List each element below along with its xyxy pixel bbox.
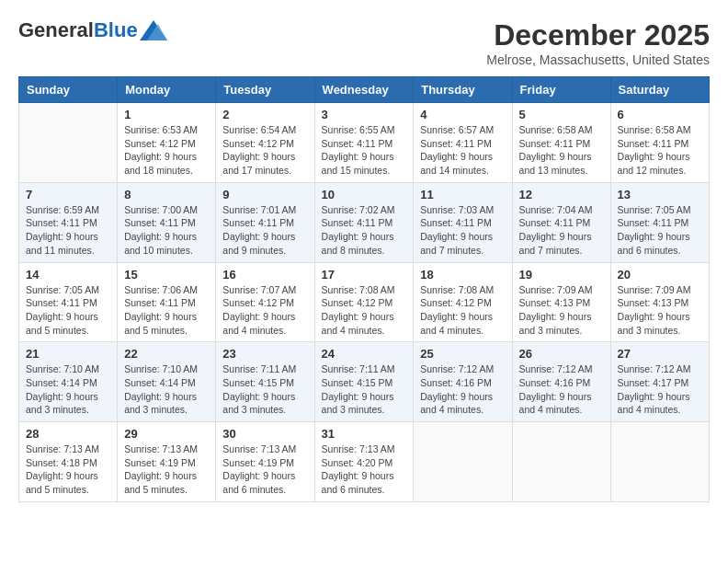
day-number: 20 — [618, 268, 702, 282]
day-number: 31 — [322, 427, 407, 441]
day-number: 14 — [26, 268, 110, 282]
day-info: Sunrise: 7:01 AMSunset: 4:11 PMDaylight:… — [222, 203, 307, 258]
day-number: 23 — [222, 347, 307, 361]
calendar-cell: 21Sunrise: 7:10 AMSunset: 4:14 PMDayligh… — [19, 342, 118, 422]
day-number: 12 — [519, 188, 604, 201]
calendar-cell: 22Sunrise: 7:10 AMSunset: 4:14 PMDayligh… — [118, 342, 216, 422]
calendar-cell: 14Sunrise: 7:05 AMSunset: 4:11 PMDayligh… — [19, 262, 118, 342]
day-info: Sunrise: 7:08 AMSunset: 4:12 PMDaylight:… — [322, 283, 407, 338]
day-info: Sunrise: 7:13 AMSunset: 4:19 PMDaylight:… — [222, 442, 307, 497]
day-number: 2 — [222, 108, 307, 121]
calendar-cell: 29Sunrise: 7:13 AMSunset: 4:19 PMDayligh… — [118, 422, 216, 502]
day-info: Sunrise: 7:08 AMSunset: 4:12 PMDaylight:… — [420, 283, 505, 338]
day-number: 24 — [322, 347, 407, 361]
day-info: Sunrise: 7:11 AMSunset: 4:15 PMDaylight:… — [322, 362, 407, 417]
day-info: Sunrise: 6:54 AMSunset: 4:12 PMDaylight:… — [222, 123, 307, 178]
calendar-cell: 11Sunrise: 7:03 AMSunset: 4:11 PMDayligh… — [414, 182, 512, 262]
calendar-week-row: 1Sunrise: 6:53 AMSunset: 4:12 PMDaylight… — [19, 103, 710, 183]
day-info: Sunrise: 7:05 AMSunset: 4:11 PMDaylight:… — [618, 203, 702, 258]
weekday-header-row: SundayMondayTuesdayWednesdayThursdayFrid… — [19, 77, 710, 103]
calendar-cell — [512, 422, 610, 502]
weekday-header-friday: Friday — [512, 77, 610, 103]
day-info: Sunrise: 7:09 AMSunset: 4:13 PMDaylight:… — [519, 283, 604, 338]
logo-general: General — [18, 18, 94, 42]
day-number: 18 — [420, 268, 505, 282]
day-info: Sunrise: 7:10 AMSunset: 4:14 PMDaylight:… — [26, 362, 110, 417]
day-info: Sunrise: 7:07 AMSunset: 4:12 PMDaylight:… — [222, 283, 307, 338]
calendar-cell: 24Sunrise: 7:11 AMSunset: 4:15 PMDayligh… — [314, 342, 414, 422]
day-number: 17 — [322, 268, 407, 282]
day-number: 9 — [222, 188, 307, 201]
day-number: 3 — [322, 108, 407, 121]
day-number: 26 — [519, 347, 604, 361]
day-number: 28 — [26, 427, 110, 441]
day-info: Sunrise: 6:59 AMSunset: 4:11 PMDaylight:… — [26, 203, 110, 258]
calendar-cell: 5Sunrise: 6:58 AMSunset: 4:11 PMDaylight… — [512, 103, 610, 183]
day-info: Sunrise: 6:55 AMSunset: 4:11 PMDaylight:… — [322, 123, 407, 178]
weekday-header-tuesday: Tuesday — [216, 77, 314, 103]
day-number: 15 — [124, 268, 209, 282]
calendar-cell: 25Sunrise: 7:12 AMSunset: 4:16 PMDayligh… — [414, 342, 512, 422]
day-number: 30 — [222, 427, 307, 441]
day-number: 19 — [519, 268, 604, 282]
day-info: Sunrise: 6:53 AMSunset: 4:12 PMDaylight:… — [124, 123, 209, 178]
calendar-cell: 13Sunrise: 7:05 AMSunset: 4:11 PMDayligh… — [610, 182, 709, 262]
day-info: Sunrise: 6:57 AMSunset: 4:11 PMDaylight:… — [420, 123, 505, 178]
weekday-header-saturday: Saturday — [610, 77, 709, 103]
day-info: Sunrise: 7:13 AMSunset: 4:20 PMDaylight:… — [322, 442, 407, 497]
day-number: 13 — [618, 188, 702, 201]
calendar-cell: 8Sunrise: 7:00 AMSunset: 4:11 PMDaylight… — [118, 182, 216, 262]
calendar-week-row: 14Sunrise: 7:05 AMSunset: 4:11 PMDayligh… — [19, 262, 710, 342]
calendar-cell: 16Sunrise: 7:07 AMSunset: 4:12 PMDayligh… — [216, 262, 314, 342]
calendar-cell: 10Sunrise: 7:02 AMSunset: 4:11 PMDayligh… — [314, 182, 414, 262]
calendar-cell — [610, 422, 709, 502]
day-number: 21 — [26, 347, 110, 361]
calendar-cell: 26Sunrise: 7:12 AMSunset: 4:16 PMDayligh… — [512, 342, 610, 422]
calendar-cell: 19Sunrise: 7:09 AMSunset: 4:13 PMDayligh… — [512, 262, 610, 342]
page-header: General Blue December 2025 Melrose, Mass… — [18, 18, 710, 67]
day-number: 22 — [124, 347, 209, 361]
calendar-cell — [414, 422, 512, 502]
weekday-header-thursday: Thursday — [414, 77, 512, 103]
day-number: 1 — [124, 108, 209, 121]
calendar-cell — [19, 103, 118, 183]
day-info: Sunrise: 7:13 AMSunset: 4:18 PMDaylight:… — [26, 442, 110, 497]
day-info: Sunrise: 7:12 AMSunset: 4:16 PMDaylight:… — [519, 362, 604, 417]
day-number: 11 — [420, 188, 505, 201]
day-number: 29 — [124, 427, 209, 441]
day-number: 10 — [322, 188, 407, 201]
day-info: Sunrise: 6:58 AMSunset: 4:11 PMDaylight:… — [519, 123, 604, 178]
calendar-cell: 2Sunrise: 6:54 AMSunset: 4:12 PMDaylight… — [216, 103, 314, 183]
calendar-cell: 12Sunrise: 7:04 AMSunset: 4:11 PMDayligh… — [512, 182, 610, 262]
logo-icon — [140, 20, 167, 40]
calendar-week-row: 21Sunrise: 7:10 AMSunset: 4:14 PMDayligh… — [19, 342, 710, 422]
calendar-cell: 23Sunrise: 7:11 AMSunset: 4:15 PMDayligh… — [216, 342, 314, 422]
calendar-cell: 7Sunrise: 6:59 AMSunset: 4:11 PMDaylight… — [19, 182, 118, 262]
day-number: 7 — [26, 188, 110, 201]
day-info: Sunrise: 7:12 AMSunset: 4:17 PMDaylight:… — [618, 362, 702, 417]
calendar-cell: 3Sunrise: 6:55 AMSunset: 4:11 PMDaylight… — [314, 103, 414, 183]
weekday-header-sunday: Sunday — [19, 77, 118, 103]
day-number: 16 — [222, 268, 307, 282]
day-info: Sunrise: 7:09 AMSunset: 4:13 PMDaylight:… — [618, 283, 702, 338]
calendar-week-row: 7Sunrise: 6:59 AMSunset: 4:11 PMDaylight… — [19, 182, 710, 262]
title-block: December 2025 Melrose, Massachusetts, Un… — [486, 18, 710, 67]
day-info: Sunrise: 7:06 AMSunset: 4:11 PMDaylight:… — [124, 283, 209, 338]
day-number: 27 — [618, 347, 702, 361]
calendar-cell: 4Sunrise: 6:57 AMSunset: 4:11 PMDaylight… — [414, 103, 512, 183]
day-info: Sunrise: 7:12 AMSunset: 4:16 PMDaylight:… — [420, 362, 505, 417]
day-number: 5 — [519, 108, 604, 121]
calendar-cell: 1Sunrise: 6:53 AMSunset: 4:12 PMDaylight… — [118, 103, 216, 183]
weekday-header-monday: Monday — [118, 77, 216, 103]
calendar-cell: 17Sunrise: 7:08 AMSunset: 4:12 PMDayligh… — [314, 262, 414, 342]
calendar-cell: 30Sunrise: 7:13 AMSunset: 4:19 PMDayligh… — [216, 422, 314, 502]
logo: General Blue — [18, 18, 167, 42]
weekday-header-wednesday: Wednesday — [314, 77, 414, 103]
day-number: 25 — [420, 347, 505, 361]
day-info: Sunrise: 7:03 AMSunset: 4:11 PMDaylight:… — [420, 203, 505, 258]
calendar-cell: 20Sunrise: 7:09 AMSunset: 4:13 PMDayligh… — [610, 262, 709, 342]
calendar-cell: 31Sunrise: 7:13 AMSunset: 4:20 PMDayligh… — [314, 422, 414, 502]
calendar-cell: 18Sunrise: 7:08 AMSunset: 4:12 PMDayligh… — [414, 262, 512, 342]
day-number: 8 — [124, 188, 209, 201]
calendar-cell: 15Sunrise: 7:06 AMSunset: 4:11 PMDayligh… — [118, 262, 216, 342]
